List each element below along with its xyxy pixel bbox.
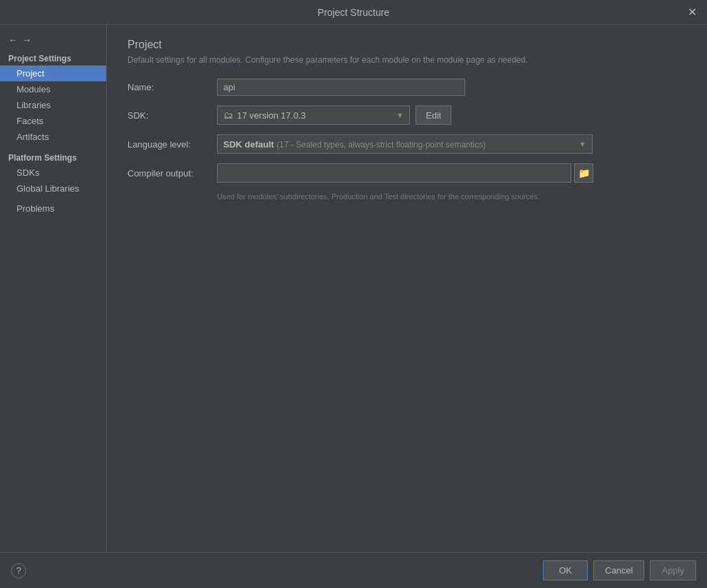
navigation-arrows: ← → bbox=[0, 30, 106, 50]
platform-settings-label: Platform Settings bbox=[0, 149, 106, 165]
sdk-row: SDK: 🗂 17 version 17.0.3 ▼ Edit bbox=[127, 105, 686, 125]
compiler-output-input[interactable] bbox=[217, 163, 571, 183]
sidebar-item-problems[interactable]: Problems bbox=[0, 201, 106, 216]
sidebar-item-sdks[interactable]: SDKs bbox=[0, 165, 106, 181]
language-level-dropdown[interactable]: SDK default (17 - Sealed types, always-s… bbox=[217, 134, 593, 154]
project-settings-label: Project Settings bbox=[0, 50, 106, 65]
language-level-value: SDK default bbox=[223, 139, 274, 150]
folder-icon: 📁 bbox=[578, 168, 590, 179]
content-area: ← → Project Settings Project Modules Lib… bbox=[0, 25, 707, 552]
ok-button[interactable]: OK bbox=[543, 560, 588, 580]
compiler-controls: 📁 bbox=[217, 163, 593, 183]
title-bar: Project Structure ✕ bbox=[0, 0, 707, 25]
language-level-row: Language level: SDK default (17 - Sealed… bbox=[127, 134, 686, 154]
cancel-button[interactable]: Cancel bbox=[593, 560, 644, 580]
project-structure-dialog: Project Structure ✕ ← → Project Settings… bbox=[0, 0, 707, 588]
footer-right: OK Cancel Apply bbox=[543, 560, 696, 580]
help-button[interactable]: ? bbox=[11, 563, 26, 578]
sdk-value: 17 version 17.0.3 bbox=[237, 110, 306, 121]
sdk-dropdown[interactable]: 🗂 17 version 17.0.3 ▼ bbox=[217, 105, 410, 125]
back-button[interactable]: ← bbox=[8, 34, 18, 45]
apply-button[interactable]: Apply bbox=[650, 560, 696, 580]
edit-sdk-button[interactable]: Edit bbox=[416, 105, 451, 125]
name-row: Name: bbox=[127, 79, 686, 96]
name-label: Name: bbox=[127, 82, 217, 92]
sdk-controls: 🗂 17 version 17.0.3 ▼ Edit bbox=[217, 105, 451, 125]
compiler-output-row: Compiler output: 📁 bbox=[127, 163, 686, 183]
sdk-label: SDK: bbox=[127, 110, 217, 121]
name-input[interactable] bbox=[217, 79, 465, 96]
sidebar-item-modules[interactable]: Modules bbox=[0, 81, 106, 97]
dialog-title: Project Structure bbox=[318, 7, 389, 18]
sidebar-item-artifacts[interactable]: Artifacts bbox=[0, 129, 106, 145]
footer-left: ? bbox=[11, 563, 26, 578]
sidebar-item-libraries[interactable]: Libraries bbox=[0, 97, 106, 113]
main-panel: Project Default settings for all modules… bbox=[107, 25, 707, 552]
language-chevron-icon: ▼ bbox=[579, 140, 586, 148]
sidebar-item-global-libraries[interactable]: Global Libraries bbox=[0, 181, 106, 196]
language-level-detail: (17 - Sealed types, always-strict floati… bbox=[276, 140, 485, 150]
sidebar-item-facets[interactable]: Facets bbox=[0, 113, 106, 129]
compiler-browse-button[interactable]: 📁 bbox=[574, 163, 593, 183]
section-description: Default settings for all modules. Config… bbox=[127, 55, 686, 65]
compiler-output-label: Compiler output: bbox=[127, 168, 217, 179]
compiler-hint: Used for modules' subdirectories, Produc… bbox=[217, 192, 686, 201]
section-title: Project bbox=[127, 39, 686, 51]
chevron-down-icon: ▼ bbox=[396, 111, 404, 119]
sidebar-item-project[interactable]: Project bbox=[0, 65, 106, 81]
sidebar: ← → Project Settings Project Modules Lib… bbox=[0, 25, 107, 552]
language-level-label: Language level: bbox=[127, 139, 217, 150]
footer: ? OK Cancel Apply bbox=[0, 552, 707, 588]
forward-button[interactable]: → bbox=[22, 34, 32, 45]
close-button[interactable]: ✕ bbox=[685, 6, 699, 19]
sdk-folder-icon: 🗂 bbox=[223, 110, 233, 121]
